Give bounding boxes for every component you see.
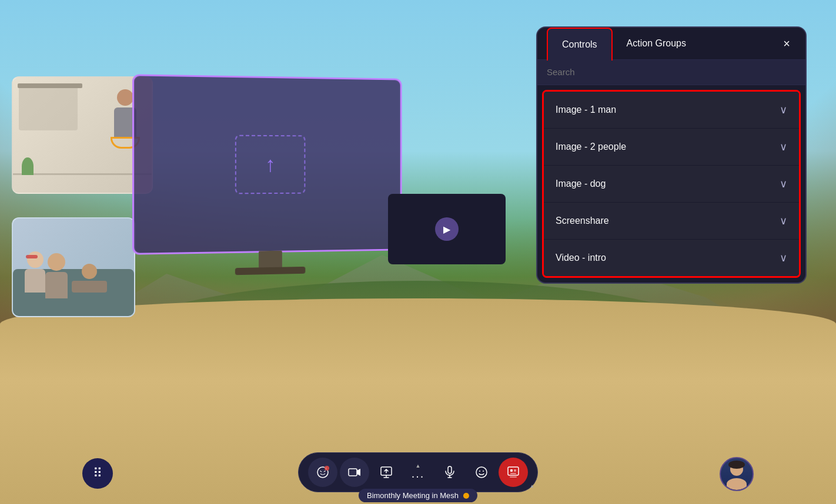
svg-rect-10 [510,469,513,472]
avatar-button[interactable] [720,457,754,491]
chevron-down-icon-2: ∨ [780,177,787,190]
meeting-status-dot [463,493,469,499]
video-button[interactable] [340,458,369,487]
svg-rect-12 [510,473,516,474]
svg-rect-11 [514,469,516,472]
list-item-video-intro[interactable]: Video - intro ∨ [544,240,799,276]
tab-action-groups[interactable]: Action Groups [613,28,700,59]
upload-arrow-icon: ↑ [265,152,276,177]
panel-tab-bar: Controls Action Groups × [537,28,805,60]
controls-list: Image - 1 man ∨ Image - 2 people ∨ Image… [542,90,801,278]
list-item-screenshare[interactable]: Screenshare ∨ [544,203,799,240]
vr-presentation-screen[interactable]: ↑ [132,74,402,255]
bottom-toolbar: ! ▲ ··· [298,452,538,492]
list-item-image-dog[interactable]: Image - dog ∨ [544,166,799,203]
list-item-image-2-people[interactable]: Image - 2 people ∨ [544,129,799,166]
active-control-button[interactable] [499,458,528,487]
list-item-video-intro-label: Video - intro [556,253,606,263]
screen-stand [259,251,282,269]
list-item-image-1-man-label: Image - 1 man [556,105,616,115]
grid-menu-button[interactable]: ⠿ [82,458,113,489]
grid-icon: ⠿ [93,466,103,481]
emoji-button[interactable]: ! [308,458,337,487]
photo-card-sofa [12,217,135,317]
tab-controls[interactable]: Controls [547,28,613,61]
search-input[interactable] [547,67,796,77]
list-item-image-1-man[interactable]: Image - 1 man ∨ [544,92,799,129]
chevron-down-icon-3: ∨ [780,214,787,227]
list-item-image-dog-label: Image - dog [556,179,606,189]
tab-controls-label: Controls [562,39,597,49]
svg-rect-13 [510,476,517,478]
list-item-image-2-people-label: Image - 2 people [556,142,626,152]
toolbar-container: ! ▲ ··· [298,452,538,492]
more-dots-icon: ··· [412,470,425,482]
small-video-panel[interactable]: ▶ [388,194,506,264]
dots-up-arrow-icon: ▲ [416,463,421,469]
screenshare-button[interactable] [372,458,401,487]
list-item-screenshare-label: Screenshare [556,216,609,226]
close-button[interactable]: × [777,34,796,53]
mic-button[interactable] [435,458,464,487]
upload-box[interactable]: ↑ [235,135,306,194]
search-bar [537,60,805,85]
play-icon[interactable]: ▶ [435,217,459,241]
svg-point-8 [483,471,484,472]
svg-point-6 [476,467,487,478]
more-options-button[interactable]: ▲ ··· [403,458,433,487]
chevron-down-icon-1: ∨ [780,140,787,153]
screen-base [235,267,306,275]
svg-rect-5 [448,466,452,473]
reaction-chevron-icon: ▲ [530,483,534,489]
svg-point-7 [479,471,480,472]
close-icon: × [783,37,790,51]
tab-action-groups-label: Action Groups [627,38,686,48]
controls-panel: Controls Action Groups × Image - 1 man ∨… [536,26,807,284]
chevron-down-icon-4: ∨ [780,251,787,264]
upload-area[interactable]: ↑ [235,135,306,194]
meeting-title: Bimonthly Meeting in Mesh [367,491,459,500]
reaction-button[interactable]: ▲ [467,458,496,487]
svg-rect-3 [349,469,357,476]
chevron-down-icon-0: ∨ [780,103,787,116]
meeting-label: Bimonthly Meeting in Mesh [359,489,477,502]
